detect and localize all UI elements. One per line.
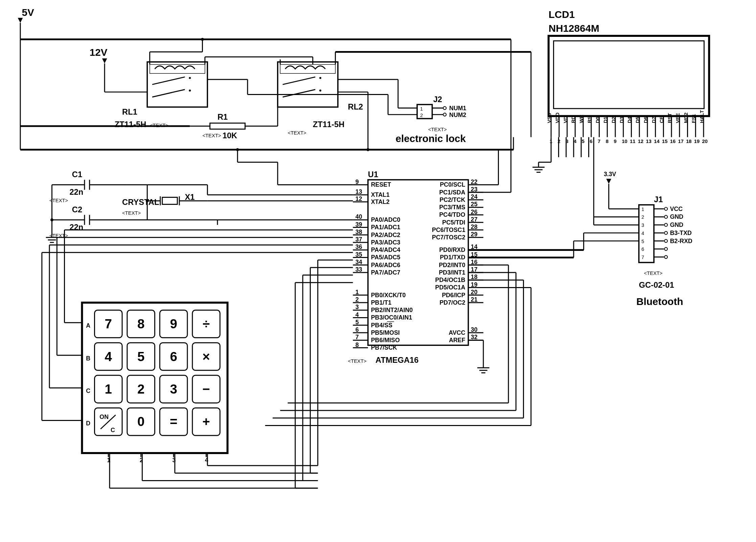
svg-text:AVCC: AVCC — [449, 329, 465, 336]
svg-text:7: 7 — [641, 255, 644, 260]
svg-text:RD: RD — [571, 116, 576, 123]
svg-text:20: 20 — [702, 139, 708, 144]
svg-text:5: 5 — [582, 139, 585, 144]
svg-text:×: × — [202, 349, 210, 364]
svg-point-155 — [50, 218, 53, 221]
svg-point-50 — [366, 148, 369, 151]
svg-text:10: 10 — [622, 139, 627, 144]
svg-text:35: 35 — [356, 251, 362, 258]
svg-point-39 — [319, 90, 321, 92]
svg-text:19: 19 — [471, 281, 478, 288]
svg-text:14: 14 — [654, 139, 660, 144]
svg-text:15: 15 — [662, 139, 667, 144]
svg-text:electronic lock: electronic lock — [395, 133, 466, 144]
svg-text:FS1: FS1 — [691, 114, 696, 123]
mcu-u1: U1 <TEXT> ATMEGA16 9RESET13XTAL112XTAL24… — [348, 170, 483, 364]
svg-text:2: 2 — [641, 214, 644, 220]
svg-text:3: 3 — [170, 382, 177, 396]
svg-text:11: 11 — [630, 139, 635, 144]
svg-text:A: A — [86, 322, 90, 329]
svg-text:4: 4 — [105, 349, 112, 364]
svg-text:39: 39 — [356, 221, 362, 228]
svg-text:22n: 22n — [69, 188, 83, 196]
power-5v: 5V — [18, 7, 511, 39]
connector-j2: J2 1 2 NUM1 NUM2 <TEXT> electronic lock — [395, 95, 466, 144]
svg-text:B3-TXD: B3-TXD — [670, 230, 692, 236]
svg-text:26: 26 — [471, 209, 478, 215]
svg-text:PC0/SCL: PC0/SCL — [440, 181, 465, 188]
svg-text:5: 5 — [356, 319, 359, 326]
svg-rect-72 — [549, 36, 709, 116]
svg-text:PB2/INT2/AIN0: PB2/INT2/AIN0 — [371, 307, 413, 313]
svg-text:NH12864M: NH12864M — [549, 23, 599, 34]
svg-text:4: 4 — [356, 311, 359, 318]
svg-text:AREF: AREF — [449, 337, 465, 344]
svg-text:GND: GND — [670, 213, 684, 220]
schematic-canvas: 5V 12V RL1 ZT11-5H <TEXT> R1 <TEXT> 10K — [7, 7, 749, 538]
svg-text:12: 12 — [638, 139, 643, 144]
svg-text:17: 17 — [678, 139, 683, 144]
svg-text:32: 32 — [471, 334, 478, 340]
svg-text:CRYSTAL: CRYSTAL — [122, 198, 159, 207]
svg-rect-59 — [417, 104, 432, 119]
svg-text:28: 28 — [471, 223, 478, 230]
svg-text:<TEXT>: <TEXT> — [428, 127, 447, 132]
svg-text:PB6/MISO: PB6/MISO — [371, 337, 400, 344]
svg-rect-8 — [147, 62, 207, 107]
svg-text:1: 1 — [356, 289, 359, 296]
svg-text:PB5/MOSI: PB5/MOSI — [371, 329, 400, 336]
svg-text:−: − — [202, 382, 210, 396]
svg-text:RL2: RL2 — [348, 102, 363, 111]
svg-text:C1: C1 — [72, 170, 82, 179]
svg-text:PB1/T1: PB1/T1 — [371, 299, 391, 306]
svg-text:<TEXT>: <TEXT> — [348, 358, 367, 364]
svg-text:29: 29 — [471, 231, 478, 238]
svg-point-12 — [189, 77, 191, 79]
svg-text:PB0/XCK/T0: PB0/XCK/T0 — [371, 292, 406, 299]
svg-text:1: 1 — [105, 382, 112, 396]
svg-text:D: D — [86, 420, 90, 427]
svg-text:D6: D6 — [643, 117, 648, 123]
svg-text:ON: ON — [99, 414, 109, 420]
svg-text:<TEXT>: <TEXT> — [288, 130, 306, 136]
svg-text:PD0/RXD: PD0/RXD — [439, 246, 465, 253]
svg-rect-34 — [278, 62, 338, 107]
svg-text:PD5/OC1A: PD5/OC1A — [435, 284, 465, 291]
svg-text:PA0/ADC0: PA0/ADC0 — [371, 216, 400, 223]
svg-text:D0: D0 — [595, 117, 600, 123]
svg-text:22: 22 — [471, 179, 478, 185]
svg-text:33: 33 — [356, 266, 362, 273]
svg-text:PC7/TOSC2: PC7/TOSC2 — [432, 234, 465, 241]
svg-text:MD2: MD2 — [683, 113, 689, 123]
svg-marker-5 — [102, 58, 107, 64]
svg-text:25: 25 — [471, 201, 478, 208]
svg-text:VEE: VEE — [675, 113, 681, 123]
svg-text:RL1: RL1 — [122, 108, 137, 116]
resistor-r1: R1 <TEXT> 10K — [190, 113, 245, 140]
ground-mcu — [468, 340, 489, 373]
svg-text:2: 2 — [420, 113, 423, 118]
svg-text:D2: D2 — [611, 117, 616, 123]
svg-text:8: 8 — [606, 139, 609, 144]
svg-text:7: 7 — [105, 316, 112, 331]
svg-text:VSS: VSS — [547, 113, 552, 123]
svg-text:D7: D7 — [651, 117, 657, 123]
svg-text:X1: X1 — [185, 193, 195, 202]
bluetooth-j1: J1 1VCC2GND3GND4B3-TXD5B2-RXD67 <TEXT> G… — [636, 195, 692, 307]
svg-text:<TEXT>: <TEXT> — [644, 270, 663, 276]
svg-text:XTAL1: XTAL1 — [371, 191, 390, 198]
svg-text:0: 0 — [137, 414, 144, 429]
svg-text:PA3/ADC3: PA3/ADC3 — [371, 239, 400, 246]
svg-text:3: 3 — [641, 222, 644, 228]
svg-point-168 — [146, 199, 149, 203]
svg-text:R1: R1 — [217, 113, 228, 121]
svg-text:PD6/ICP: PD6/ICP — [442, 292, 465, 299]
svg-text:D1: D1 — [603, 117, 608, 123]
svg-text:17: 17 — [471, 266, 478, 273]
power-3v3: 3.3V — [604, 171, 639, 209]
svg-text:20: 20 — [471, 289, 478, 296]
svg-text:PD4/OC1B: PD4/OC1B — [435, 277, 465, 283]
svg-text:PA5/ADC5: PA5/ADC5 — [371, 254, 400, 261]
svg-text:PB3/OC0/AIN1: PB3/OC0/AIN1 — [371, 314, 412, 321]
svg-point-38 — [319, 77, 321, 79]
